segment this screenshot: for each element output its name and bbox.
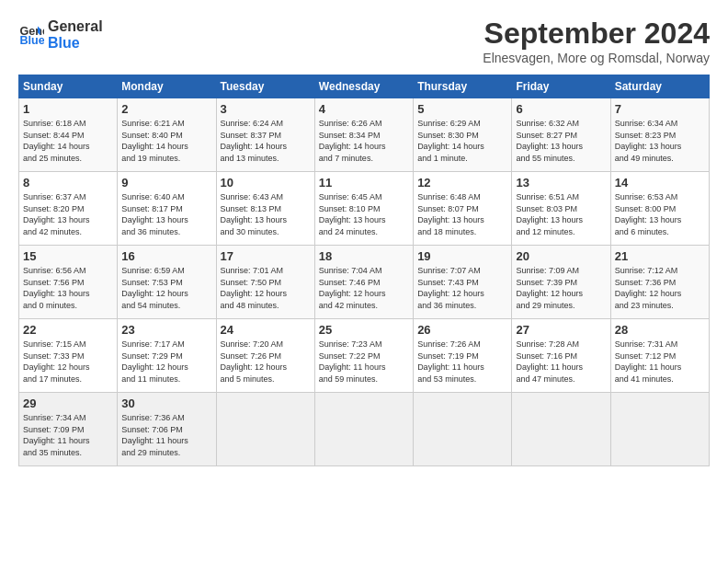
day-info: Sunrise: 6:59 AM Sunset: 7:53 PM Dayligh…	[121, 265, 211, 311]
table-row: 13Sunrise: 6:51 AM Sunset: 8:03 PM Dayli…	[512, 172, 610, 246]
table-row	[414, 393, 512, 466]
logo-general: General	[48, 18, 103, 35]
table-row: 28Sunrise: 7:31 AM Sunset: 7:12 PM Dayli…	[610, 319, 709, 393]
day-info: Sunrise: 6:45 AM Sunset: 8:10 PM Dayligh…	[319, 191, 409, 237]
table-row: 25Sunrise: 7:23 AM Sunset: 7:22 PM Dayli…	[314, 319, 413, 393]
day-number: 23	[121, 323, 211, 337]
day-number: 15	[23, 249, 113, 263]
table-row: 29Sunrise: 7:34 AM Sunset: 7:09 PM Dayli…	[19, 393, 118, 466]
col-tuesday: Tuesday	[216, 75, 314, 98]
day-number: 5	[417, 102, 507, 116]
table-row: 2Sunrise: 6:21 AM Sunset: 8:40 PM Daylig…	[118, 98, 216, 172]
table-row: 12Sunrise: 6:48 AM Sunset: 8:07 PM Dayli…	[414, 172, 512, 246]
calendar-week-row: 15Sunrise: 6:56 AM Sunset: 7:56 PM Dayli…	[19, 246, 710, 319]
day-info: Sunrise: 7:23 AM Sunset: 7:22 PM Dayligh…	[319, 339, 409, 385]
day-info: Sunrise: 7:20 AM Sunset: 7:26 PM Dayligh…	[221, 339, 311, 385]
day-info: Sunrise: 7:31 AM Sunset: 7:12 PM Dayligh…	[615, 339, 705, 385]
table-row	[216, 393, 314, 466]
day-info: Sunrise: 6:24 AM Sunset: 8:37 PM Dayligh…	[221, 118, 311, 164]
day-number: 29	[23, 396, 113, 410]
day-number: 6	[516, 102, 606, 116]
day-info: Sunrise: 7:04 AM Sunset: 7:46 PM Dayligh…	[319, 265, 409, 311]
col-monday: Monday	[118, 75, 216, 98]
table-row: 15Sunrise: 6:56 AM Sunset: 7:56 PM Dayli…	[19, 246, 118, 319]
day-number: 8	[23, 176, 113, 190]
day-info: Sunrise: 7:26 AM Sunset: 7:19 PM Dayligh…	[417, 339, 507, 385]
day-number: 22	[23, 323, 113, 337]
day-number: 11	[319, 176, 409, 190]
table-row: 27Sunrise: 7:28 AM Sunset: 7:16 PM Dayli…	[512, 319, 610, 393]
calendar-page: General Blue General Blue September 2024…	[0, 0, 728, 476]
table-row: 24Sunrise: 7:20 AM Sunset: 7:26 PM Dayli…	[216, 319, 314, 393]
day-number: 27	[516, 323, 606, 337]
table-row: 3Sunrise: 6:24 AM Sunset: 8:37 PM Daylig…	[216, 98, 314, 172]
day-number: 30	[121, 396, 211, 410]
day-info: Sunrise: 7:34 AM Sunset: 7:09 PM Dayligh…	[23, 412, 113, 458]
table-row: 11Sunrise: 6:45 AM Sunset: 8:10 PM Dayli…	[314, 172, 413, 246]
day-number: 12	[417, 176, 507, 190]
svg-text:Blue: Blue	[19, 34, 44, 47]
day-number: 28	[615, 323, 705, 337]
table-row: 14Sunrise: 6:53 AM Sunset: 8:00 PM Dayli…	[610, 172, 709, 246]
day-info: Sunrise: 6:51 AM Sunset: 8:03 PM Dayligh…	[516, 191, 606, 237]
day-number: 9	[121, 176, 211, 190]
title-block: September 2024 Elnesvagen, More og Romsd…	[483, 17, 710, 65]
table-row: 8Sunrise: 6:37 AM Sunset: 8:20 PM Daylig…	[19, 172, 118, 246]
table-row: 16Sunrise: 6:59 AM Sunset: 7:53 PM Dayli…	[118, 246, 216, 319]
table-row: 6Sunrise: 6:32 AM Sunset: 8:27 PM Daylig…	[512, 98, 610, 172]
day-info: Sunrise: 7:17 AM Sunset: 7:29 PM Dayligh…	[121, 339, 211, 385]
day-info: Sunrise: 6:21 AM Sunset: 8:40 PM Dayligh…	[121, 118, 211, 164]
table-row: 19Sunrise: 7:07 AM Sunset: 7:43 PM Dayli…	[414, 246, 512, 319]
location: Elnesvagen, More og Romsdal, Norway	[483, 51, 710, 65]
calendar-week-row: 8Sunrise: 6:37 AM Sunset: 8:20 PM Daylig…	[19, 172, 710, 246]
day-number: 16	[121, 249, 211, 263]
day-info: Sunrise: 7:28 AM Sunset: 7:16 PM Dayligh…	[516, 339, 606, 385]
col-saturday: Saturday	[610, 75, 709, 98]
day-number: 2	[121, 102, 211, 116]
col-friday: Friday	[512, 75, 610, 98]
day-info: Sunrise: 6:48 AM Sunset: 8:07 PM Dayligh…	[417, 191, 507, 237]
table-row: 10Sunrise: 6:43 AM Sunset: 8:13 PM Dayli…	[216, 172, 314, 246]
day-number: 4	[319, 102, 409, 116]
table-row: 20Sunrise: 7:09 AM Sunset: 7:39 PM Dayli…	[512, 246, 610, 319]
day-info: Sunrise: 6:18 AM Sunset: 8:44 PM Dayligh…	[23, 118, 113, 164]
table-row: 22Sunrise: 7:15 AM Sunset: 7:33 PM Dayli…	[19, 319, 118, 393]
day-number: 21	[615, 249, 705, 263]
table-row: 26Sunrise: 7:26 AM Sunset: 7:19 PM Dayli…	[414, 319, 512, 393]
day-number: 1	[23, 102, 113, 116]
header: General Blue General Blue September 2024…	[18, 17, 710, 65]
day-info: Sunrise: 7:12 AM Sunset: 7:36 PM Dayligh…	[615, 265, 705, 311]
day-info: Sunrise: 6:40 AM Sunset: 8:17 PM Dayligh…	[121, 191, 211, 237]
day-info: Sunrise: 6:29 AM Sunset: 8:30 PM Dayligh…	[417, 118, 507, 164]
table-row: 17Sunrise: 7:01 AM Sunset: 7:50 PM Dayli…	[216, 246, 314, 319]
calendar-week-row: 1Sunrise: 6:18 AM Sunset: 8:44 PM Daylig…	[19, 98, 710, 172]
col-thursday: Thursday	[414, 75, 512, 98]
table-row	[610, 393, 709, 466]
day-info: Sunrise: 6:34 AM Sunset: 8:23 PM Dayligh…	[615, 118, 705, 164]
col-sunday: Sunday	[19, 75, 118, 98]
day-info: Sunrise: 7:15 AM Sunset: 7:33 PM Dayligh…	[23, 339, 113, 385]
day-info: Sunrise: 7:01 AM Sunset: 7:50 PM Dayligh…	[221, 265, 311, 311]
day-number: 20	[516, 249, 606, 263]
day-info: Sunrise: 7:09 AM Sunset: 7:39 PM Dayligh…	[516, 265, 606, 311]
table-row: 5Sunrise: 6:29 AM Sunset: 8:30 PM Daylig…	[414, 98, 512, 172]
day-number: 14	[615, 176, 705, 190]
table-row: 4Sunrise: 6:26 AM Sunset: 8:34 PM Daylig…	[314, 98, 413, 172]
table-row: 9Sunrise: 6:40 AM Sunset: 8:17 PM Daylig…	[118, 172, 216, 246]
calendar-header-row: Sunday Monday Tuesday Wednesday Thursday…	[19, 75, 710, 98]
day-number: 13	[516, 176, 606, 190]
month-title: September 2024	[483, 17, 710, 51]
day-info: Sunrise: 6:26 AM Sunset: 8:34 PM Dayligh…	[319, 118, 409, 164]
day-number: 10	[221, 176, 311, 190]
day-number: 17	[221, 249, 311, 263]
table-row: 30Sunrise: 7:36 AM Sunset: 7:06 PM Dayli…	[118, 393, 216, 466]
day-number: 19	[417, 249, 507, 263]
day-info: Sunrise: 6:56 AM Sunset: 7:56 PM Dayligh…	[23, 265, 113, 311]
day-info: Sunrise: 6:37 AM Sunset: 8:20 PM Dayligh…	[23, 191, 113, 237]
day-number: 25	[319, 323, 409, 337]
day-info: Sunrise: 7:07 AM Sunset: 7:43 PM Dayligh…	[417, 265, 507, 311]
day-number: 24	[221, 323, 311, 337]
table-row: 21Sunrise: 7:12 AM Sunset: 7:36 PM Dayli…	[610, 246, 709, 319]
day-info: Sunrise: 6:43 AM Sunset: 8:13 PM Dayligh…	[221, 191, 311, 237]
col-wednesday: Wednesday	[314, 75, 413, 98]
